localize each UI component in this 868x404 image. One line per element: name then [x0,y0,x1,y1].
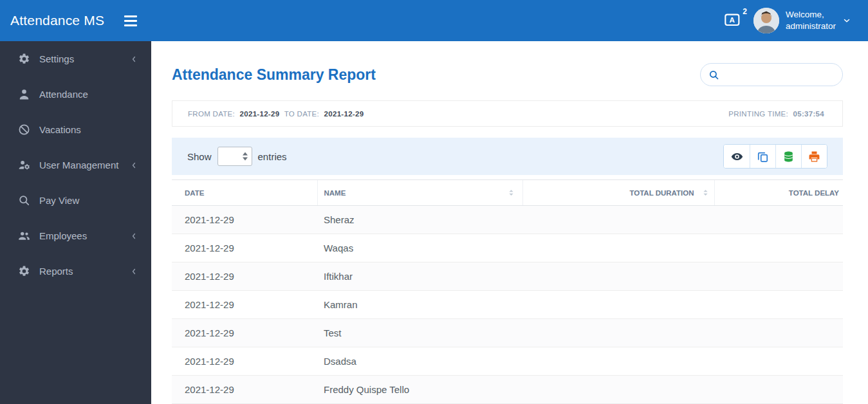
sidebar-item-employees[interactable]: Employees [0,218,151,253]
users-icon [18,230,30,242]
copy-button[interactable] [750,145,775,168]
ban-icon [18,124,30,136]
cell-total-duration [522,291,714,319]
sidebar-item-vacations[interactable]: Vacations [0,112,151,147]
cell-name: Test [317,319,522,347]
gear-icon [18,265,30,277]
export-buttons [723,144,827,169]
app-title: Attendance MS [10,13,104,28]
cell-total-duration [522,234,714,262]
report-table: DATE NAME TOTAL DURATION [172,179,843,404]
hamburger-icon [124,15,137,17]
entries-select[interactable] [218,147,252,165]
language-badge: 2 [743,7,747,16]
sidebar-item-user-management[interactable]: User Management [0,147,151,183]
report-meta-bar: FROM DATE: 2021-12-29 TO DATE: 2021-12-2… [172,100,843,127]
sidebar-item-label: Vacations [39,124,81,135]
cell-name: Dsadsa [317,347,522,376]
print-button[interactable] [801,145,827,168]
menu-toggle-button[interactable] [122,13,140,29]
sidebar-item-label: Settings [39,53,74,64]
welcome-text: Welcome, administrator [786,9,836,32]
from-date-value: 2021-12-29 [240,110,280,118]
language-button[interactable]: A 2 [724,13,742,28]
sidebar-item-label: Attendance [39,89,88,100]
sort-icon [506,188,516,197]
topbar-right: A 2 Welcome, administrator [724,0,868,41]
column-visibility-button[interactable] [724,145,750,168]
cell-name: Sheraz [317,206,522,234]
printing-time: PRINTING TIME: 05:37:54 [728,110,827,118]
cell-date: 2021-12-29 [172,206,317,234]
user-menu[interactable]: Welcome, administrator [753,8,851,33]
table-row: 2021-12-29 Waqas [172,234,843,262]
table-header-row: DATE NAME TOTAL DURATION [172,180,843,206]
date-range: FROM DATE: 2021-12-29 TO DATE: 2021-12-2… [188,110,366,118]
cell-total-delay [714,376,843,404]
cell-name: Waqas [317,234,522,262]
print-icon [808,151,820,163]
cell-date: 2021-12-29 [172,319,317,347]
chevron-left-icon [129,55,138,64]
cell-date: 2021-12-29 [172,262,317,291]
sidebar-item-label: User Management [39,160,118,170]
chevron-left-icon [129,232,138,241]
cell-total-delay [714,319,843,347]
sort-icon [701,188,710,197]
copy-icon [757,151,769,163]
show-entries: Show entries [187,147,287,166]
user-icon [18,88,30,100]
topbar: Attendance MS A 2 [0,0,868,41]
cell-total-delay [714,234,843,262]
search-icon [18,194,30,207]
table-row: 2021-12-29 Kamran [172,291,843,319]
cell-date: 2021-12-29 [172,347,317,376]
brand: Attendance MS [0,0,151,41]
sidebar-item-label: Pay View [39,195,79,206]
search-box [700,63,843,86]
language-icon: A [724,13,742,28]
sidebar-item-attendance[interactable]: Attendance [0,77,151,112]
cell-name: Kamran [317,291,522,319]
cell-total-duration [522,319,714,347]
table-row: 2021-12-29 Freddy Quispe Tello [172,376,843,404]
database-icon [782,151,795,163]
chevron-down-icon [842,16,851,25]
search-input[interactable] [725,69,835,80]
entries-select-wrap [217,147,252,166]
sidebar: Settings Attendance Vacations User Manag… [0,41,151,404]
export-data-button[interactable] [775,145,801,168]
sidebar-item-pay-view[interactable]: Pay View [0,183,151,218]
printing-time-value: 05:37:54 [793,110,824,118]
table-toolbar: Show entries [172,138,843,175]
eye-icon [731,151,743,163]
sidebar-item-settings[interactable]: Settings [0,41,151,77]
column-header-total-delay[interactable]: TOTAL DELAY [714,180,843,206]
to-date-value: 2021-12-29 [324,110,364,118]
cell-total-duration [522,347,714,376]
table-row: 2021-12-29 Iftikhar [172,262,843,291]
cell-total-duration [522,376,714,404]
table-row: 2021-12-29 Dsadsa [172,347,843,376]
cell-name: Iftikhar [317,262,522,291]
search-icon [708,69,719,80]
gear-icon [18,53,30,65]
column-header-total-duration[interactable]: TOTAL DURATION [522,180,714,206]
cell-total-delay [714,206,843,234]
cell-date: 2021-12-29 [172,376,317,404]
chevron-left-icon [129,267,138,276]
table-row: 2021-12-29 Sheraz [172,206,843,234]
cell-date: 2021-12-29 [172,234,317,262]
column-header-name[interactable]: NAME [317,180,522,206]
column-header-date[interactable]: DATE [172,180,317,206]
page-title: Attendance Summary Report [172,66,376,84]
cell-total-delay [714,262,843,291]
cell-total-delay [714,347,843,376]
cell-total-delay [714,291,843,319]
chevron-left-icon [129,161,138,170]
sidebar-item-label: Employees [39,230,87,241]
cell-name: Freddy Quispe Tello [317,376,522,404]
cell-total-duration [522,262,714,291]
cell-total-duration [522,206,714,234]
sidebar-item-reports[interactable]: Reports [0,253,151,289]
